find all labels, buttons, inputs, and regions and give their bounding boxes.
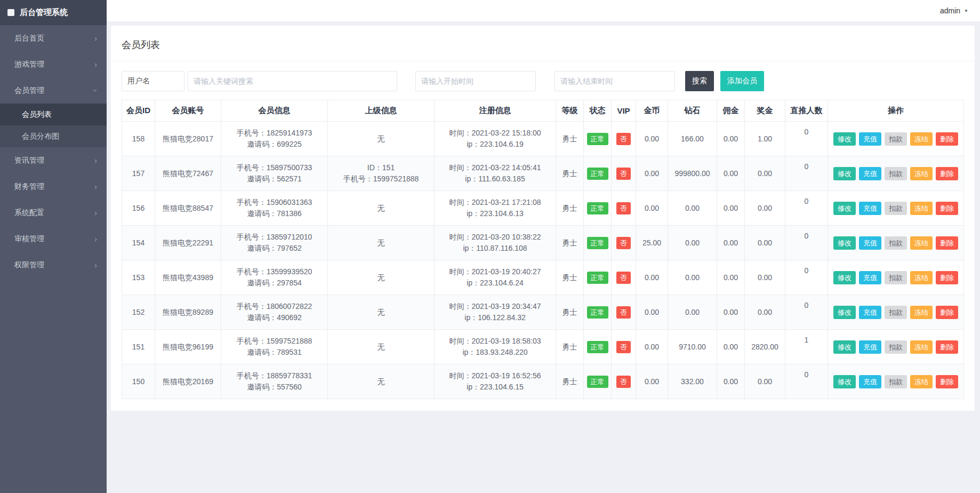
freeze-button[interactable]: 冻结 — [910, 236, 933, 250]
edit-button[interactable]: 修改 — [833, 271, 856, 284]
recharge-button[interactable]: 充值 — [859, 340, 881, 354]
sidebar-item-audit[interactable]: 审核管理 › — [0, 226, 107, 252]
delete-button[interactable]: 删除 — [936, 375, 958, 388]
sidebar: 后台管理系统 后台首页 › 游戏管理 › 会员管理 › 会员列表 会员分布图 资… — [0, 0, 107, 493]
row-actions: 修改充值扣款冻结删除 — [828, 330, 964, 364]
status-badge: 正常 — [587, 341, 608, 353]
sidebar-item-news[interactable]: 资讯管理 › — [0, 147, 107, 173]
freeze-button[interactable]: 冻结 — [910, 306, 933, 319]
sidebar-item-system-config[interactable]: 系统配置 › — [0, 200, 107, 226]
col-member-info: 会员信息 — [221, 100, 328, 122]
edit-button[interactable]: 修改 — [833, 132, 856, 146]
deduct-button[interactable]: 扣款 — [885, 132, 907, 146]
member-diamond: 0.00 — [668, 191, 717, 226]
edit-button[interactable]: 修改 — [833, 375, 856, 388]
deduct-button[interactable]: 扣款 — [885, 167, 907, 180]
recharge-button[interactable]: 充值 — [859, 271, 881, 284]
member-status: 正常 — [584, 364, 612, 399]
member-status: 正常 — [584, 226, 612, 260]
delete-button[interactable]: 删除 — [936, 271, 958, 284]
freeze-button[interactable]: 冻结 — [910, 167, 933, 180]
brand-logo-icon — [7, 9, 14, 16]
username-field[interactable] — [122, 71, 184, 91]
delete-button[interactable]: 删除 — [936, 340, 958, 354]
register-info: 时间：2021-03-20 10:38:22ip：110.87.116.108 — [435, 226, 556, 260]
member-account: 熊猫电竞43989 — [155, 260, 221, 295]
member-bonus: 0.00 — [745, 295, 785, 330]
edit-button[interactable]: 修改 — [833, 202, 856, 215]
member-level: 勇士 — [556, 156, 584, 191]
col-referrals: 直推人数 — [785, 100, 828, 122]
sidebar-item-permissions[interactable]: 权限管理 › — [0, 252, 107, 278]
member-row: 153熊猫电竞43989手机号：13599939520邀请码：297854无时间… — [122, 260, 964, 295]
member-commission: 0.00 — [717, 330, 745, 364]
sidebar-item-member-list[interactable]: 会员列表 — [0, 104, 107, 125]
member-id: 153 — [122, 260, 155, 295]
sidebar-item-finance[interactable]: 财务管理 › — [0, 173, 107, 200]
register-info: 时间：2021-03-22 14:05:41ip：111.60.63.185 — [435, 156, 556, 191]
delete-button[interactable]: 删除 — [936, 202, 958, 215]
recharge-button[interactable]: 充值 — [859, 236, 881, 250]
delete-button[interactable]: 删除 — [936, 167, 958, 180]
add-member-button[interactable]: 添加会员 — [720, 71, 764, 91]
start-time-input[interactable] — [415, 71, 536, 91]
freeze-button[interactable]: 冻结 — [910, 132, 933, 146]
freeze-button[interactable]: 冻结 — [910, 271, 933, 284]
member-row: 152熊猫电竞89289手机号：18060072822邀请码：490692无时间… — [122, 295, 964, 330]
parent-info: 无 — [328, 122, 435, 156]
end-time-input[interactable] — [555, 71, 675, 91]
edit-button[interactable]: 修改 — [833, 340, 856, 354]
member-info: 手机号：13859712010邀请码：797652 — [221, 226, 328, 260]
member-vip: 否 — [612, 260, 636, 295]
deduct-button[interactable]: 扣款 — [885, 236, 907, 250]
edit-button[interactable]: 修改 — [833, 167, 856, 180]
freeze-button[interactable]: 冻结 — [910, 202, 933, 215]
row-actions: 修改充值扣款冻结删除 — [828, 295, 964, 330]
parent-info: 无 — [328, 191, 435, 226]
member-bonus: 0.00 — [745, 226, 785, 260]
delete-button[interactable]: 删除 — [936, 132, 958, 146]
sidebar-item-member-map[interactable]: 会员分布图 — [0, 125, 107, 147]
deduct-button[interactable]: 扣款 — [885, 271, 907, 284]
deduct-button[interactable]: 扣款 — [885, 340, 907, 354]
deduct-button[interactable]: 扣款 — [885, 202, 907, 215]
delete-button[interactable]: 删除 — [936, 236, 958, 250]
freeze-button[interactable]: 冻结 — [910, 340, 933, 354]
topbar: admin ▼ — [107, 0, 980, 21]
recharge-button[interactable]: 充值 — [859, 306, 881, 319]
sidebar-item-games[interactable]: 游戏管理 › — [0, 51, 107, 77]
recharge-button[interactable]: 充值 — [859, 202, 881, 215]
parent-info: ID：151手机号：15997521888 — [328, 156, 435, 191]
register-info: 时间：2021-03-22 15:18:00ip：223.104.6.19 — [435, 122, 556, 156]
member-row: 150熊猫电竞20169手机号：18859778331邀请码：557560无时间… — [122, 364, 964, 399]
recharge-button[interactable]: 充值 — [859, 375, 881, 388]
recharge-button[interactable]: 充值 — [859, 167, 881, 180]
member-status: 正常 — [584, 191, 612, 226]
member-referrals: 0 — [785, 226, 828, 260]
member-row: 158熊猫电竞28017手机号：18259141973邀请码：699225无时间… — [122, 122, 964, 156]
sidebar-item-dashboard[interactable]: 后台首页 › — [0, 25, 107, 51]
col-bonus: 奖金 — [745, 100, 785, 122]
recharge-button[interactable]: 充值 — [859, 132, 881, 146]
edit-button[interactable]: 修改 — [833, 236, 856, 250]
sidebar-item-members[interactable]: 会员管理 › — [0, 77, 107, 104]
member-commission: 0.00 — [717, 122, 745, 156]
delete-button[interactable]: 删除 — [936, 306, 958, 319]
members-submenu: 会员列表 会员分布图 — [0, 104, 107, 147]
member-referrals: 0 — [785, 122, 828, 156]
user-menu[interactable]: admin ▼ — [940, 6, 968, 15]
search-button[interactable]: 搜索 — [685, 71, 714, 91]
deduct-button[interactable]: 扣款 — [885, 306, 907, 319]
edit-button[interactable]: 修改 — [833, 306, 856, 319]
member-level: 勇士 — [556, 191, 584, 226]
deduct-button[interactable]: 扣款 — [885, 375, 907, 388]
member-row: 156熊猫电竞88547手机号：15906031363邀请码：781386无时间… — [122, 191, 964, 226]
vip-badge: 否 — [616, 133, 631, 145]
freeze-button[interactable]: 冻结 — [910, 375, 933, 388]
member-gold: 0.00 — [636, 191, 668, 226]
sidebar-item-label: 会员管理 — [14, 86, 44, 96]
keyword-search-input[interactable] — [188, 71, 397, 91]
member-table: 会员ID 会员账号 会员信息 上级信息 注册信息 等级 状态 VIP 金币 钻石… — [122, 100, 964, 399]
row-actions: 修改充值扣款冻结删除 — [828, 226, 964, 260]
member-info: 手机号：18259141973邀请码：699225 — [221, 122, 328, 156]
